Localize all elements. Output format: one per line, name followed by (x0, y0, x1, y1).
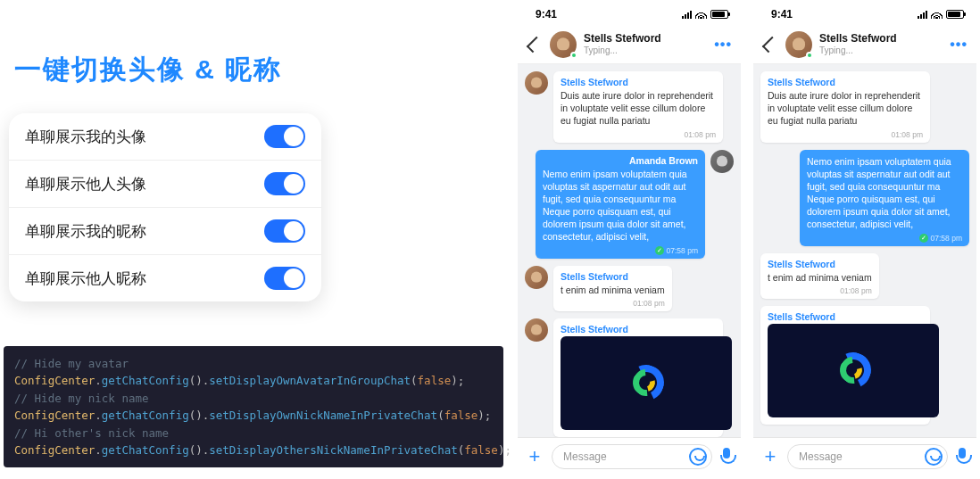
message-bubble[interactable]: Nemo enim ipsam voluptatem quia voluptas… (800, 150, 969, 246)
wifi-icon (931, 10, 943, 19)
status-time: 9:41 (771, 8, 793, 21)
settings-label: 单聊展示他人头像 (25, 174, 146, 194)
wifi-icon (695, 10, 707, 19)
message-bubble[interactable]: Amanda Brown Nemo enim ipsam voluptatem … (536, 150, 705, 259)
more-icon[interactable]: ••• (950, 37, 968, 53)
settings-row-others-nick: 单聊展示他人昵称 (9, 255, 321, 301)
message-time: 01:08 pm (561, 130, 716, 139)
back-icon[interactable] (527, 36, 543, 52)
header-contact-name: Stells Stefword (819, 33, 943, 45)
code-snippet: // Hide my avatar ConfigCenter.getChatCo… (4, 346, 503, 467)
message-sender: Stells Stefword (768, 77, 923, 87)
presence-dot-icon (570, 52, 577, 59)
message-bubble[interactable]: Stells Stefword (553, 318, 723, 437)
message-input-placeholder: Message (799, 450, 843, 463)
message-text: t enim ad minima veniam (768, 271, 872, 284)
chat-header: Stells Stefword Typing... ••• (753, 25, 976, 64)
avatar[interactable] (525, 318, 548, 342)
back-icon[interactable] (762, 36, 778, 52)
message-in: Stells Stefword Duis aute irure dolor in… (525, 71, 734, 143)
message-in: Stells Stefword t enim ad minima veniam … (525, 266, 734, 311)
more-icon[interactable]: ••• (714, 37, 732, 53)
message-bubble[interactable]: Stells Stefword t enim ad minima veniam … (760, 253, 879, 299)
toggle-own-nick[interactable] (264, 219, 305, 243)
header-typing-indicator: Typing... (584, 45, 707, 56)
settings-row-own-avatar: 单聊展示我的头像 (9, 113, 321, 161)
mic-icon[interactable] (955, 448, 969, 466)
message-bubble[interactable]: Stells Stefword t enim ad minima veniam … (553, 266, 672, 311)
presence-dot-icon (806, 52, 813, 59)
mic-icon[interactable] (719, 448, 734, 466)
message-input-placeholder: Message (563, 450, 607, 463)
settings-label: 单聊展示他人昵称 (25, 268, 146, 289)
sticker-icon[interactable] (689, 448, 707, 466)
battery-icon (946, 10, 964, 19)
header-avatar[interactable] (785, 31, 812, 58)
message-input[interactable]: Message (552, 444, 712, 469)
signal-icon (682, 10, 692, 19)
header-avatar[interactable] (550, 31, 577, 58)
toggle-others-nick[interactable] (264, 267, 305, 290)
message-out: Nemo enim ipsam voluptatem quia voluptas… (760, 150, 969, 246)
avatar[interactable] (710, 150, 734, 173)
sticker-icon[interactable] (925, 448, 943, 466)
message-out: Amanda Brown Nemo enim ipsam voluptatem … (525, 150, 734, 259)
header-contact-name: Stells Stefword (584, 33, 707, 45)
message-sender: Amanda Brown (543, 155, 698, 166)
message-in: Stells Stefword (760, 306, 969, 425)
media-attachment[interactable] (768, 324, 939, 417)
status-bar: 9:41 (518, 4, 741, 25)
message-text: t enim ad minima veniam (561, 284, 665, 296)
message-sender: Stells Stefword (561, 77, 716, 87)
logo-icon (831, 348, 876, 392)
message-bubble[interactable]: Stells Stefword (760, 306, 930, 425)
delivered-check-icon: ✓ (655, 246, 664, 255)
status-time: 9:41 (536, 8, 557, 21)
settings-card: 单聊展示我的头像 单聊展示他人头像 单聊展示我的昵称 单聊展示他人昵称 (9, 113, 321, 301)
message-text: Nemo enim ipsam voluptatem quia voluptas… (807, 155, 962, 231)
message-time: ✓07:58 pm (807, 234, 962, 243)
input-bar: + Message (518, 437, 741, 475)
settings-row-others-avatar: 单聊展示他人头像 (9, 161, 321, 208)
avatar[interactable] (525, 71, 548, 95)
input-bar: + Message (753, 437, 976, 475)
message-text: Nemo enim ipsam voluptatem quia voluptas… (543, 168, 698, 244)
chat-body[interactable]: Stells Stefword Duis aute irure dolor in… (753, 64, 976, 437)
phone-preview-right: 9:41 Stells Stefword Typing... ••• Stell… (753, 4, 976, 475)
settings-label: 单聊展示我的昵称 (25, 221, 146, 242)
message-time: 01:08 pm (768, 286, 872, 295)
toggle-others-avatar[interactable] (264, 172, 305, 195)
message-time: 01:08 pm (561, 299, 665, 308)
signal-icon (918, 10, 927, 19)
message-sender: Stells Stefword (561, 271, 665, 282)
settings-row-own-nick: 单聊展示我的昵称 (9, 208, 321, 255)
message-text: Duis aute irure dolor in reprehenderit i… (561, 89, 716, 128)
chat-body[interactable]: Stells Stefword Duis aute irure dolor in… (518, 64, 741, 437)
message-in: Stells Stefword t enim ad minima veniam … (760, 253, 969, 299)
message-sender: Stells Stefword (561, 324, 716, 334)
header-typing-indicator: Typing... (819, 45, 943, 56)
message-sender: Stells Stefword (768, 259, 872, 269)
page-title: 一键切换头像 & 昵称 (9, 52, 509, 88)
attach-plus-icon[interactable]: + (760, 445, 780, 468)
delivered-check-icon: ✓ (919, 234, 928, 243)
avatar[interactable] (525, 266, 548, 289)
media-attachment[interactable] (561, 336, 732, 430)
status-bar: 9:41 (753, 4, 976, 25)
message-time: ✓07:58 pm (543, 246, 698, 255)
message-input[interactable]: Message (787, 444, 948, 469)
toggle-own-avatar[interactable] (264, 125, 305, 148)
message-text: Duis aute irure dolor in reprehenderit i… (768, 89, 923, 128)
message-bubble[interactable]: Stells Stefword Duis aute irure dolor in… (760, 71, 930, 143)
message-in: Stells Stefword Duis aute irure dolor in… (760, 71, 969, 143)
battery-icon (710, 10, 728, 19)
attach-plus-icon[interactable]: + (525, 445, 544, 468)
logo-icon (624, 360, 669, 405)
phone-preview-left: 9:41 Stells Stefword Typing... ••• Stell… (518, 4, 741, 475)
chat-header: Stells Stefword Typing... ••• (518, 25, 741, 64)
message-time: 01:08 pm (768, 130, 923, 139)
message-bubble[interactable]: Stells Stefword Duis aute irure dolor in… (553, 71, 723, 143)
settings-label: 单聊展示我的头像 (25, 127, 146, 147)
message-sender: Stells Stefword (768, 311, 923, 322)
message-in: Stells Stefword (525, 318, 734, 437)
